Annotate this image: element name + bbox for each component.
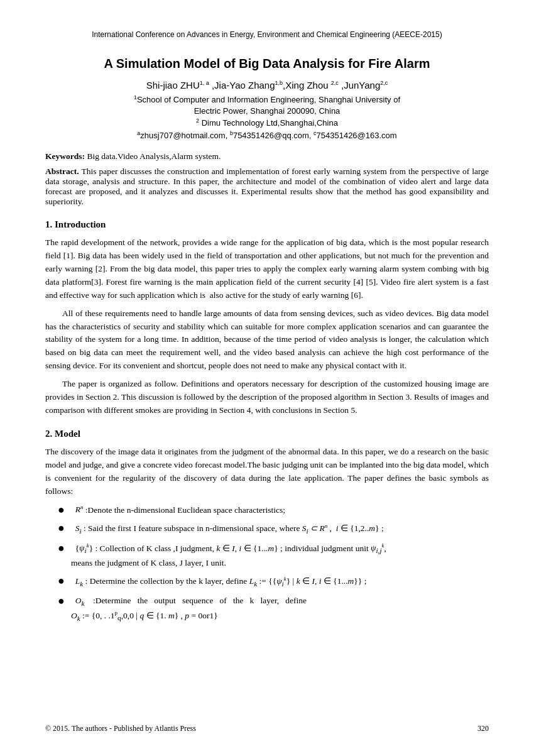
keywords-label: Keywords: bbox=[45, 151, 85, 161]
abstract-label: Abstract. bbox=[45, 167, 79, 176]
affiliation-2: Electric Power, Shanghai 200090, China bbox=[45, 106, 489, 116]
bullet-dot-1: ● bbox=[58, 503, 65, 517]
bullet-content-3: {ψik} : Collection of K class ,I judgmen… bbox=[71, 542, 489, 570]
bullet-item-5: ● Ok :Determine the output sequence of t… bbox=[58, 594, 489, 624]
authors-line: Shi-jiao ZHU1, a ,Jia-Yao Zhang1,b,Xing … bbox=[45, 80, 489, 90]
section-2-para-1: The discovery of the image data it origi… bbox=[45, 446, 489, 498]
bullet-dot-4: ● bbox=[58, 574, 65, 588]
conference-title: International Conference on Advances in … bbox=[92, 30, 442, 39]
section-1-para-1: The rapid development of the network, pr… bbox=[45, 236, 489, 302]
bullet-content-2: Si : Said the first I feature subspace i… bbox=[71, 522, 489, 537]
abstract: Abstract. This paper discusses the const… bbox=[45, 167, 489, 207]
symbol-list: ● Rn :Denote the n-dimensional Euclidean… bbox=[45, 503, 489, 624]
emails: azhusj707@hotmail.com, b754351426@qq.com… bbox=[45, 130, 489, 140]
bullet-item-2: ● Si : Said the first I feature subspace… bbox=[58, 522, 489, 537]
keywords-text: Big data.Video Analysis,Alarm system. bbox=[87, 151, 221, 161]
page: International Conference on Advances in … bbox=[0, 0, 534, 756]
bullet-dot-5: ● bbox=[58, 594, 65, 608]
paper-title: A Simulation Model of Big Data Analysis … bbox=[45, 57, 489, 71]
bullet-content-1: Rn :Denote the n-dimensional Euclidean s… bbox=[71, 503, 489, 517]
section-1-title: 1. Introduction bbox=[45, 219, 489, 230]
bullet-item-3: ● {ψik} : Collection of K class ,I judgm… bbox=[58, 542, 489, 570]
copyright: © 2015. The authors - Published by Atlan… bbox=[45, 724, 196, 733]
bullet-item-1: ● Rn :Denote the n-dimensional Euclidean… bbox=[58, 503, 489, 517]
bullet-item-4: ● Lk : Determine the collection by the k… bbox=[58, 574, 489, 589]
bullet-content-5: Ok :Determine the output sequence of the… bbox=[71, 594, 489, 624]
section-1-para-2: All of these requirements need to handle… bbox=[45, 307, 489, 373]
page-footer: © 2015. The authors - Published by Atlan… bbox=[45, 724, 489, 733]
bullet-dot-2: ● bbox=[58, 522, 65, 535]
bullet-content-4: Lk : Determine the collection by the k l… bbox=[71, 574, 489, 589]
bullet-dot-3: ● bbox=[58, 542, 65, 556]
page-number: 320 bbox=[477, 724, 489, 733]
conference-header: International Conference on Advances in … bbox=[45, 30, 489, 39]
section-1-para-3: The paper is organized as follow. Defini… bbox=[45, 378, 489, 417]
section-2-title: 2. Model bbox=[45, 429, 489, 439]
affiliation-3: 2 Dimu Technology Ltd,Shanghai,China bbox=[45, 118, 489, 128]
affiliation-1: 1School of Computer and Information Engi… bbox=[45, 94, 489, 104]
keywords: Keywords: Big data.Video Analysis,Alarm … bbox=[45, 151, 489, 162]
abstract-text: This paper discusses the construction an… bbox=[45, 167, 489, 206]
